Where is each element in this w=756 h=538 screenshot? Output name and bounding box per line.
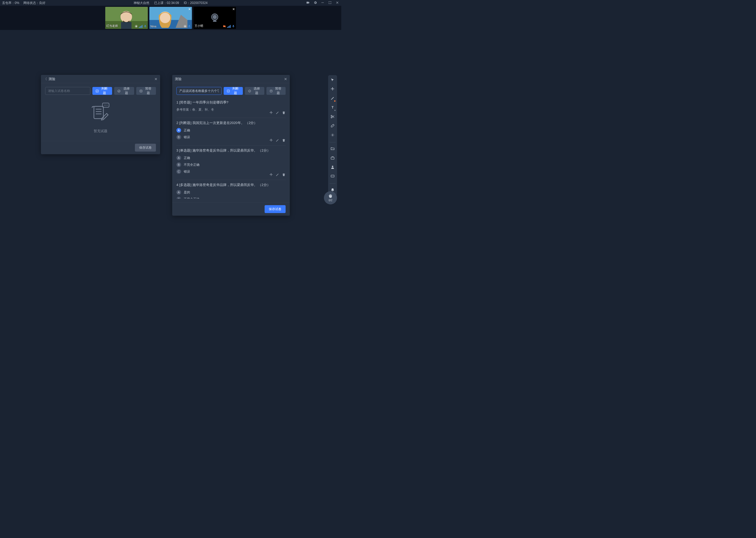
- user-icon[interactable]: [330, 165, 335, 170]
- tool-panel: T: [328, 75, 337, 195]
- delete-icon[interactable]: [282, 173, 286, 177]
- video-name: 王小明: [195, 24, 203, 28]
- svg-point-10: [160, 13, 170, 23]
- question-item: 2 [判断题] 我国宪法上一次更新是在2020年。 （2分）A正确B错误: [176, 118, 286, 145]
- option-row[interactable]: A正确: [176, 155, 286, 160]
- mic-icon: [232, 25, 235, 28]
- svg-point-34: [331, 117, 332, 118]
- edit-icon[interactable]: [276, 138, 279, 142]
- eraser-tool-icon[interactable]: [330, 124, 335, 129]
- delete-icon[interactable]: [282, 111, 286, 115]
- pen-tool-icon[interactable]: [330, 96, 335, 101]
- class-id: ID：2020070324: [184, 1, 208, 5]
- svg-point-35: [332, 134, 333, 135]
- video-name: 叮当老师: [106, 24, 118, 28]
- svg-text:T: T: [332, 106, 334, 109]
- svg-rect-16: [96, 89, 98, 92]
- judge-question-button[interactable]: 判断题: [224, 87, 243, 95]
- raise-hand-button[interactable]: 0/2: [324, 191, 337, 204]
- move-tool-icon[interactable]: [330, 87, 335, 92]
- mic-icon: [188, 25, 191, 28]
- option-badge: B: [176, 197, 181, 198]
- option-badge: A: [176, 155, 181, 160]
- option-label: 正确: [184, 128, 190, 133]
- option-label: 是的: [184, 190, 190, 195]
- close-icon[interactable]: [336, 1, 339, 5]
- panel-close-icon[interactable]: ✕: [284, 77, 287, 81]
- short-answer-button[interactable]: T 简答题: [136, 87, 156, 95]
- svg-point-37: [332, 166, 333, 167]
- svg-point-13: [213, 15, 217, 19]
- text-tool-icon[interactable]: T: [330, 105, 335, 110]
- mic-icon: [144, 25, 147, 28]
- video-tile-student[interactable]: ✕ Nina: [149, 7, 192, 29]
- short-answer-button[interactable]: T 简答题: [266, 87, 286, 95]
- svg-rect-0: [321, 2, 324, 3]
- settings-icon[interactable]: [313, 1, 317, 5]
- option-row[interactable]: A正确: [176, 128, 286, 133]
- option-badge: A: [176, 128, 181, 133]
- toolbox-icon[interactable]: [330, 156, 335, 161]
- move-icon[interactable]: [269, 138, 273, 142]
- svg-rect-14: [213, 21, 216, 22]
- svg-point-17: [118, 89, 120, 92]
- scissors-tool-icon[interactable]: [330, 115, 335, 120]
- video-tile-teacher[interactable]: 叮当老师: [105, 7, 148, 29]
- save-quiz-button[interactable]: 保存试卷: [264, 205, 286, 213]
- judge-question-button[interactable]: 判断题: [92, 87, 112, 95]
- choice-question-button[interactable]: 选择题: [245, 87, 264, 95]
- svg-point-11: [185, 26, 186, 27]
- question-item: 4 [多选题] 施华洛世奇是反华品牌，所以梁鼎琪反华。 （2分）A是的B不完全正…: [176, 180, 286, 198]
- laser-tool-icon[interactable]: [330, 133, 335, 138]
- move-icon[interactable]: [269, 111, 273, 115]
- save-quiz-button[interactable]: 保存试卷: [135, 144, 156, 152]
- question-list[interactable]: 1 [简答题] 一年四季分别是哪四季?参考答案：春、夏、秋、冬2 [判断题] 我…: [172, 97, 290, 198]
- svg-point-27: [107, 105, 108, 106]
- option-row[interactable]: B不完全正确: [176, 162, 286, 167]
- question-item: 3 [单选题] 施华洛世奇是反华品牌，所以梁鼎琪反华。 （2分）A正确B不完全正…: [176, 145, 286, 180]
- svg-point-40: [332, 176, 333, 176]
- quiz-name-input[interactable]: [176, 87, 221, 95]
- svg-rect-20: [94, 106, 103, 119]
- option-badge: C: [176, 169, 181, 174]
- quiz-name-input[interactable]: [45, 87, 90, 95]
- pointer-tool-icon[interactable]: [330, 78, 335, 83]
- svg-point-29: [249, 90, 251, 92]
- folder-icon[interactable]: [330, 146, 335, 152]
- video-close-icon[interactable]: ✕: [188, 7, 191, 11]
- video-tile-student[interactable]: ✕ 王小明: [193, 7, 236, 29]
- camera-toggle-icon[interactable]: [306, 1, 310, 5]
- camera-off-icon: [210, 13, 220, 23]
- video-name: Nina: [150, 25, 157, 28]
- video-close-icon[interactable]: ✕: [232, 7, 235, 11]
- elapsed: 已上课：02:34:09: [154, 1, 179, 5]
- option-row[interactable]: A是的: [176, 190, 286, 195]
- question-title: 1 [简答题] 一年四季分别是哪四季?: [176, 100, 286, 105]
- question-title: 2 [判断题] 我国宪法上一次更新是在2020年。 （2分）: [176, 121, 286, 125]
- panel-title: 测验: [49, 77, 154, 81]
- chat-icon[interactable]: [330, 174, 335, 179]
- minimize-icon[interactable]: [321, 1, 324, 5]
- question-title: 4 [多选题] 施华洛世奇是反华品牌，所以梁鼎琪反华。 （2分）: [176, 183, 286, 187]
- question-title: 3 [单选题] 施华洛世奇是反华品牌，所以梁鼎琪反华。 （2分）: [176, 148, 286, 153]
- svg-point-5: [136, 26, 137, 27]
- panel-close-icon[interactable]: ✕: [154, 77, 158, 81]
- option-label: 不完全正确: [184, 197, 200, 199]
- svg-rect-28: [227, 90, 229, 92]
- edit-icon[interactable]: [276, 111, 279, 115]
- delete-icon[interactable]: [282, 138, 286, 142]
- quiz-panel-filled: 测验 ✕ 判断题 选择题 T 简答题 1 [简答题] 一年四季分别是哪四季?参考…: [172, 75, 290, 216]
- panel-title: 测验: [175, 77, 284, 81]
- move-icon[interactable]: [269, 173, 273, 177]
- network-status: 网络状态：良好: [24, 1, 45, 5]
- option-badge: B: [176, 135, 181, 139]
- back-icon[interactable]: 〈: [44, 77, 47, 81]
- empty-state: 暂无试题: [45, 97, 156, 137]
- choice-question-button[interactable]: 选择题: [114, 87, 134, 95]
- svg-rect-36: [331, 157, 334, 159]
- option-label: 正确: [184, 156, 190, 160]
- option-row[interactable]: B不完全正确: [176, 197, 286, 198]
- edit-icon[interactable]: [276, 173, 279, 177]
- svg-point-41: [333, 176, 333, 176]
- fullscreen-icon[interactable]: [328, 1, 332, 5]
